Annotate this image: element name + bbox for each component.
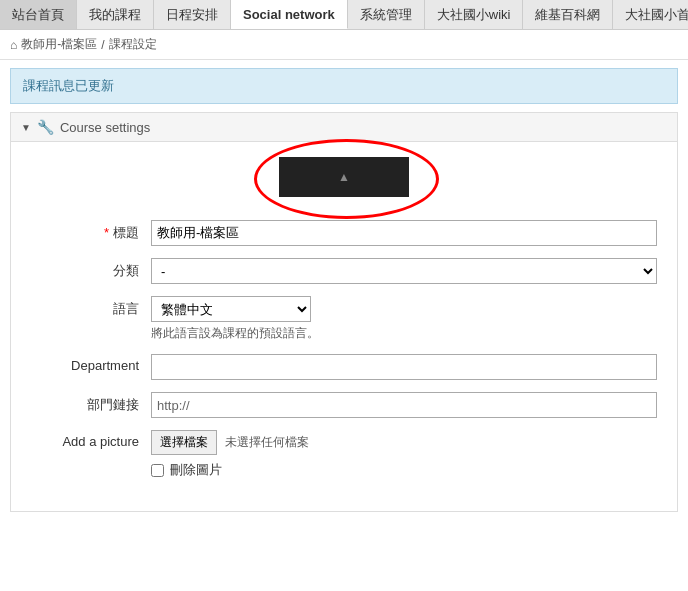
alert-message: 課程訊息已更新	[10, 68, 678, 104]
category-select[interactable]: -	[151, 258, 657, 284]
settings-icon: 🔧	[37, 119, 54, 135]
url-label: 部門鏈接	[31, 392, 151, 414]
image-block	[31, 152, 657, 205]
category-control: -	[151, 258, 657, 284]
department-label: Department	[31, 354, 151, 373]
url-control	[151, 392, 657, 418]
home-icon: ⌂	[10, 38, 17, 52]
title-label: *標題	[31, 220, 151, 242]
no-file-text: 未選擇任何檔案	[225, 434, 309, 451]
red-circle-container	[279, 157, 409, 200]
breadcrumb: ⌂ 教師用-檔案區 / 課程設定	[0, 30, 688, 60]
nav-wiki[interactable]: 大社國小wiki	[425, 0, 524, 29]
nav-my-courses[interactable]: 我的課程	[77, 0, 154, 29]
title-input[interactable]	[151, 220, 657, 246]
picture-row: Add a picture 選擇檔案 未選擇任何檔案 刪除圖片	[31, 430, 657, 479]
nav-school-page[interactable]: 大社國小首頁	[613, 0, 688, 29]
category-row: 分類 -	[31, 258, 657, 284]
nav-schedule[interactable]: 日程安排	[154, 0, 231, 29]
breadcrumb-separator: /	[101, 38, 104, 52]
picture-label: Add a picture	[31, 430, 151, 449]
department-row: Department	[31, 354, 657, 380]
section-title: Course settings	[60, 120, 150, 135]
title-row: *標題	[31, 220, 657, 246]
section-header[interactable]: ▼ 🔧 Course settings	[11, 113, 677, 142]
file-upload-row: 選擇檔案 未選擇任何檔案	[151, 430, 657, 455]
language-label: 語言	[31, 296, 151, 318]
nav-social-network[interactable]: Social network	[231, 0, 348, 29]
language-select[interactable]: 繁體中文 English	[151, 296, 311, 322]
required-marker: *	[104, 225, 109, 240]
department-input[interactable]	[151, 354, 657, 380]
nav-home[interactable]: 站台首頁	[0, 0, 77, 29]
language-hint: 將此語言設為課程的預設語言。	[151, 325, 657, 342]
language-control: 繁體中文 English 將此語言設為課程的預設語言。	[151, 296, 657, 342]
nav-bar: 站台首頁 我的課程 日程安排 Social network 系統管理 大社國小w…	[0, 0, 688, 30]
course-settings-section: ▼ 🔧 Course settings *標題 分類 -	[10, 112, 678, 512]
department-control	[151, 354, 657, 380]
picture-control: 選擇檔案 未選擇任何檔案 刪除圖片	[151, 430, 657, 479]
nav-encyclopedia[interactable]: 維基百科網	[523, 0, 613, 29]
delete-img-checkbox[interactable]	[151, 464, 164, 477]
course-image[interactable]	[279, 157, 409, 197]
choose-file-button[interactable]: 選擇檔案	[151, 430, 217, 455]
form-body: *標題 分類 - 語言 繁體中文 English 將此語言設為	[11, 142, 677, 511]
nav-system-admin[interactable]: 系統管理	[348, 0, 425, 29]
section-toggle[interactable]: ▼	[21, 122, 31, 133]
url-input[interactable]	[151, 392, 657, 418]
breadcrumb-part-2: 課程設定	[109, 36, 157, 53]
title-control	[151, 220, 657, 246]
delete-img-row: 刪除圖片	[151, 461, 657, 479]
language-row: 語言 繁體中文 English 將此語言設為課程的預設語言。	[31, 296, 657, 342]
category-label: 分類	[31, 258, 151, 280]
breadcrumb-part-1[interactable]: 教師用-檔案區	[21, 36, 97, 53]
url-row: 部門鏈接	[31, 392, 657, 418]
delete-img-label: 刪除圖片	[170, 461, 222, 479]
